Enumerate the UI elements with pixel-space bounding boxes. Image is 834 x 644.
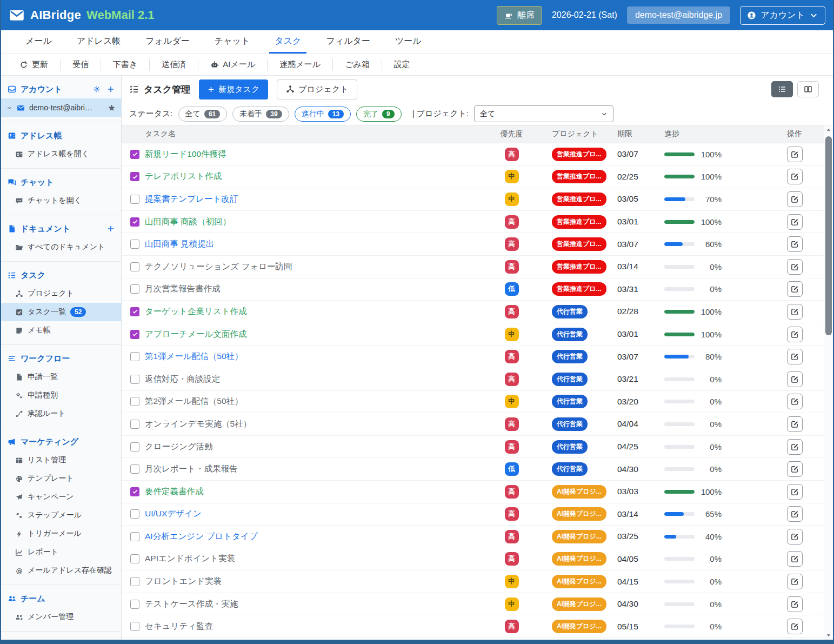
task-checkbox[interactable]	[130, 487, 139, 496]
task-name-link[interactable]: 月次営業報告書作成	[145, 284, 221, 293]
task-checkbox[interactable]	[130, 420, 139, 429]
task-checkbox[interactable]	[130, 240, 139, 249]
sidebar-header-tasks[interactable]: タスク	[1, 266, 121, 284]
task-name-link[interactable]: テクノソリューションズ フォロー訪問	[145, 262, 292, 271]
sidebar-item-open-chat[interactable]: チャットを開く	[1, 191, 121, 210]
task-checkbox[interactable]	[130, 622, 139, 631]
tab-filters[interactable]: フィルター	[321, 30, 376, 54]
task-name-link[interactable]: クロージング活動	[145, 442, 213, 451]
status-filter-done[interactable]: 完了9	[356, 107, 402, 122]
tab-addressbook[interactable]: アドレス帳	[71, 30, 126, 54]
task-checkbox[interactable]	[130, 150, 139, 159]
edit-task-button[interactable]	[787, 484, 803, 500]
status-filter-all[interactable]: 全て61	[178, 107, 228, 122]
sidebar-header-account[interactable]: アカウント	[1, 80, 121, 98]
edit-task-button[interactable]	[787, 147, 803, 162]
edit-task-button[interactable]	[787, 327, 803, 342]
task-name-link[interactable]: 提案書テンプレート改訂	[145, 194, 238, 203]
task-name-link[interactable]: 第2弾メール配信（50社）	[145, 396, 243, 406]
new-task-button[interactable]: 新規タスク	[199, 79, 268, 99]
toolbar-spam-button[interactable]: 迷惑メール	[268, 59, 333, 71]
edit-task-button[interactable]	[787, 349, 803, 364]
sidebar-item-trigger-mail[interactable]: トリガーメール	[1, 525, 121, 543]
add-document-icon[interactable]	[107, 225, 115, 233]
tab-folders[interactable]: フォルダー	[140, 30, 195, 54]
task-name-link[interactable]: 返信対応・商談設定	[145, 374, 221, 383]
edit-task-button[interactable]	[787, 394, 803, 409]
task-name-link[interactable]: フロントエンド実装	[145, 576, 222, 586]
task-name-link[interactable]: テストケース作成・実施	[145, 599, 238, 608]
toolbar-refresh-button[interactable]: 更新	[8, 59, 61, 71]
task-name-link[interactable]: 要件定義書作成	[145, 487, 204, 496]
account-settings-gear-icon[interactable]	[93, 85, 101, 93]
task-checkbox[interactable]	[130, 195, 139, 204]
edit-task-button[interactable]	[787, 619, 803, 634]
task-name-link[interactable]: セキュリティ監査	[145, 621, 213, 630]
task-name-link[interactable]: 山田商事 商談（初回）	[145, 217, 231, 226]
task-checkbox[interactable]	[130, 217, 139, 227]
task-checkbox[interactable]	[130, 464, 139, 474]
edit-task-button[interactable]	[787, 439, 803, 455]
task-checkbox[interactable]	[130, 554, 139, 563]
sidebar-header-marketing[interactable]: マーケティング	[1, 433, 121, 451]
toolbar-inbox-button[interactable]: 受信	[61, 59, 101, 71]
account-menu-button[interactable]: アカウント	[740, 6, 825, 25]
tab-chat[interactable]: チャット	[209, 30, 256, 54]
task-checkbox[interactable]	[130, 307, 139, 316]
sidebar-header-team[interactable]: チーム	[1, 589, 121, 608]
sidebar-item-all-documents[interactable]: すべてのドキュメント	[1, 238, 121, 256]
edit-task-button[interactable]	[787, 371, 803, 387]
view-toggle-board-view[interactable]	[797, 81, 819, 97]
add-account-icon[interactable]	[107, 85, 115, 93]
sidebar-item-open-addressbook[interactable]: アドレス帳を開く	[1, 145, 121, 163]
tab-tasks[interactable]: タスク	[269, 30, 306, 54]
sidebar-header-workflow[interactable]: ワークフロー	[1, 349, 121, 368]
sidebar-item-campaigns[interactable]: キャンペーン	[1, 488, 121, 506]
sidebar-item-member-management[interactable]: メンバー管理	[1, 608, 121, 626]
edit-task-button[interactable]	[787, 281, 803, 297]
sidebar-item-step-mail[interactable]: ステップメール	[1, 506, 121, 525]
edit-task-button[interactable]	[787, 191, 803, 207]
away-status-button[interactable]: 離席	[497, 6, 542, 25]
sidebar-header-addressbook[interactable]: アドレス帳	[1, 127, 121, 145]
toolbar-sent-button[interactable]: 送信済	[150, 59, 198, 71]
task-name-link[interactable]: テレアポリスト作成	[145, 171, 222, 181]
task-name-link[interactable]: AI分析エンジン プロトタイプ	[145, 532, 258, 541]
sidebar-item-reports[interactable]: レポート	[1, 543, 121, 561]
scrollbar-down-button[interactable]	[824, 631, 833, 640]
sidebar-item-account-demo[interactable]: demo-test@aibri…	[1, 98, 121, 117]
task-name-link[interactable]: 新規リード100件獲得	[145, 149, 226, 158]
edit-task-button[interactable]	[787, 304, 803, 320]
task-checkbox[interactable]	[130, 172, 139, 181]
task-name-link[interactable]: 山田商事 見積提出	[145, 239, 214, 248]
sidebar-item-templates[interactable]: テンプレート	[1, 469, 121, 488]
edit-task-button[interactable]	[787, 259, 803, 275]
edit-task-button[interactable]	[787, 506, 803, 522]
toolbar-settings-button[interactable]: 設定	[382, 59, 422, 71]
edit-task-button[interactable]	[787, 596, 803, 612]
toolbar-ai-mail-button[interactable]: AIメール	[198, 59, 268, 71]
sidebar-item-approval-routes[interactable]: 承認ルート	[1, 404, 121, 423]
sidebar-item-list-management[interactable]: リスト管理	[1, 451, 121, 469]
task-checkbox[interactable]	[130, 397, 139, 406]
task-checkbox[interactable]	[130, 600, 139, 609]
task-checkbox[interactable]	[130, 375, 139, 384]
task-name-link[interactable]: オンラインデモ実施（5社）	[145, 419, 251, 428]
scrollbar-thumb[interactable]	[825, 136, 832, 335]
favorite-star-icon[interactable]	[108, 104, 116, 112]
task-name-link[interactable]: APIエンドポイント実装	[145, 554, 235, 563]
sidebar-item-request-types[interactable]: 申請種別	[1, 386, 121, 404]
task-checkbox[interactable]	[130, 284, 139, 294]
task-name-link[interactable]: 月次レポート・成果報告	[145, 464, 238, 473]
edit-task-button[interactable]	[787, 214, 803, 230]
toolbar-trash-button[interactable]: ごみ箱	[333, 59, 382, 71]
task-checkbox[interactable]	[130, 532, 139, 541]
tab-mail[interactable]: メール	[20, 30, 57, 54]
edit-task-button[interactable]	[787, 169, 803, 184]
sidebar-item-request-list[interactable]: 申請一覧	[1, 368, 121, 386]
task-checkbox[interactable]	[130, 577, 139, 586]
sidebar-header-chat[interactable]: チャット	[1, 173, 121, 191]
edit-task-button[interactable]	[787, 574, 803, 589]
project-button[interactable]: プロジェクト	[277, 79, 357, 99]
scrollbar-up-button[interactable]	[824, 125, 833, 134]
